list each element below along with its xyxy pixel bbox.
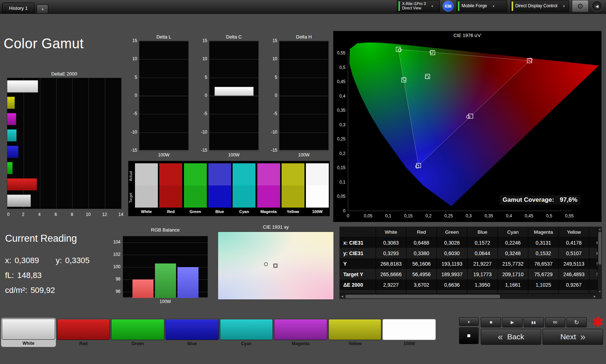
swatch-green: Green xyxy=(184,163,207,216)
gridline xyxy=(209,114,258,114)
vertical-scrollbar[interactable]: ▲ ▼ xyxy=(597,227,602,294)
table-cell: 0,3380 xyxy=(406,248,437,258)
scroll-down-icon[interactable]: ▼ xyxy=(598,289,602,294)
axis-tick-label: 0,35 xyxy=(484,213,493,218)
scroll-up-icon[interactable]: ▲ xyxy=(598,227,602,231)
gridline xyxy=(123,242,208,243)
gridline xyxy=(139,59,188,60)
table-cell: 0,9267 xyxy=(559,279,589,290)
axis-tick-label: 0,3 xyxy=(339,122,345,127)
workflow-dropdown[interactable]: Direct Display Control ▼ xyxy=(510,0,569,12)
stop-button[interactable]: ■ xyxy=(481,317,501,327)
page-title: Color Gamut xyxy=(4,36,84,52)
table-cell: 56,1606 xyxy=(406,258,437,269)
patch-button-yellow[interactable]: Yellow xyxy=(328,318,382,347)
row-label: y: CIE31 xyxy=(340,248,376,258)
axis-tick-label: 5 xyxy=(197,75,207,80)
patch-button-magenta[interactable]: Magenta xyxy=(274,318,327,347)
row-label: Y xyxy=(340,258,376,269)
axis-tick-label: 0,1 xyxy=(385,213,392,218)
source-name: Mobile Forge xyxy=(462,4,487,8)
scroll-right-icon[interactable]: ▶ xyxy=(592,294,597,299)
swatch-target xyxy=(135,185,158,208)
table-cell: 75,6729 xyxy=(528,269,559,279)
patch-button-blue[interactable]: Blue xyxy=(165,318,219,347)
axis-tick-label: 8 xyxy=(71,212,73,217)
axis-label: 100W xyxy=(139,152,189,158)
patch-label: Yellow xyxy=(328,341,382,346)
table-cell: 246,4893 xyxy=(559,269,589,279)
axis-tick-label: -15 xyxy=(197,148,207,153)
patch-label: Red xyxy=(57,341,110,346)
gridline xyxy=(279,96,328,96)
axis-tick-label: 0,2 xyxy=(339,151,345,156)
settings-button[interactable]: ⚙ xyxy=(572,0,589,12)
patch-button-red[interactable]: Red xyxy=(57,318,110,347)
axis-tick-label: 5 xyxy=(127,75,137,80)
add-tab-button[interactable]: + xyxy=(37,4,48,13)
deltae-bar-magenta xyxy=(7,113,16,125)
rgb-bar-red xyxy=(132,279,153,298)
delta-chart-delta-h: Delta H151050-5-10-15100W xyxy=(267,34,329,160)
patch-button-100w[interactable]: 100W xyxy=(382,318,436,347)
scroll-left-icon[interactable]: ◀ xyxy=(340,294,345,299)
cie-1931-panel: CIE 1931 xy xyxy=(217,224,335,301)
gridline xyxy=(72,78,73,209)
row-label: x: CIE31 xyxy=(340,237,376,248)
next-button[interactable]: Next » xyxy=(542,329,603,345)
swatch-red: Red xyxy=(159,163,182,216)
horizontal-scrollbar[interactable]: ◀ ▶ xyxy=(340,294,597,299)
table-cell: 0,3293 xyxy=(376,248,406,258)
patch-color-100w xyxy=(382,319,436,340)
fl-label: fL: xyxy=(5,271,14,280)
source-dropdown[interactable]: Mobile Forge ▼ xyxy=(456,0,507,12)
patch-button-green[interactable]: Green xyxy=(111,318,164,347)
table-cell: 0,0644 xyxy=(467,248,498,258)
display-window-button[interactable]: ■ xyxy=(459,327,479,344)
gridline xyxy=(279,151,328,151)
axis-tick-label: 0,45 xyxy=(337,79,346,84)
scrollbar-thumb[interactable] xyxy=(345,295,500,298)
scrollbar-thumb[interactable] xyxy=(598,232,601,265)
pause-button[interactable]: ▮▮ xyxy=(524,317,544,327)
axis-tick-label: 0,1 xyxy=(339,180,345,185)
collapse-panel-button[interactable]: ◀ xyxy=(591,1,602,12)
continuous-measure-button[interactable]: ∞ xyxy=(545,317,565,327)
meter-dropdown[interactable]: X-Rite i1Pro 3 Direct View ▼ xyxy=(397,0,440,12)
patch-color-blue xyxy=(165,319,219,340)
refresh-button[interactable]: ↻ xyxy=(566,317,587,327)
axis-tick-label: -5 xyxy=(197,111,207,116)
patch-button-white[interactable]: White xyxy=(1,318,56,347)
table-cell: 249,5113 xyxy=(559,258,589,269)
up-arrow-button[interactable]: ▲ xyxy=(459,317,479,326)
patch-color-magenta xyxy=(274,319,327,340)
table-cell: 3,6702 xyxy=(406,279,437,290)
patch-color-cyan xyxy=(220,319,273,340)
nits-reading: cd/m²:509,92 xyxy=(5,286,114,295)
history-tab[interactable]: History 1 xyxy=(2,3,34,13)
axis-tick-label: 0 xyxy=(343,208,345,213)
table-cell: 0,2246 xyxy=(498,237,528,248)
patch-button-cyan[interactable]: Cyan xyxy=(220,318,273,347)
axis-tick-label: 14 xyxy=(118,212,123,217)
plus-icon: + xyxy=(41,6,44,12)
column-header: Blue xyxy=(467,227,498,237)
axis-tick-label: 0,15 xyxy=(337,165,346,170)
meter-mode: Direct View xyxy=(402,6,426,11)
loop-icon: ∞ xyxy=(553,319,557,326)
axis-tick-label: 15 xyxy=(267,38,277,43)
axis-tick-label: 0 xyxy=(7,212,10,217)
cie-1976-panel: CIE 1976 u'v' xyxy=(333,31,602,222)
gridline xyxy=(209,96,258,96)
gridline xyxy=(209,132,258,133)
session-count-badge[interactable]: 638 xyxy=(443,1,454,12)
swatch-target xyxy=(257,185,280,208)
back-button[interactable]: « Back xyxy=(481,329,541,345)
gridline xyxy=(56,78,57,209)
play-button[interactable]: ▶ xyxy=(502,317,523,327)
table-cell: 0,4178 xyxy=(559,237,589,248)
swatch-target xyxy=(159,185,182,208)
next-chevrons-icon: » xyxy=(580,332,585,342)
axis-tick-label: 0,4 xyxy=(506,213,512,218)
swatch-label: 100W xyxy=(306,209,329,214)
